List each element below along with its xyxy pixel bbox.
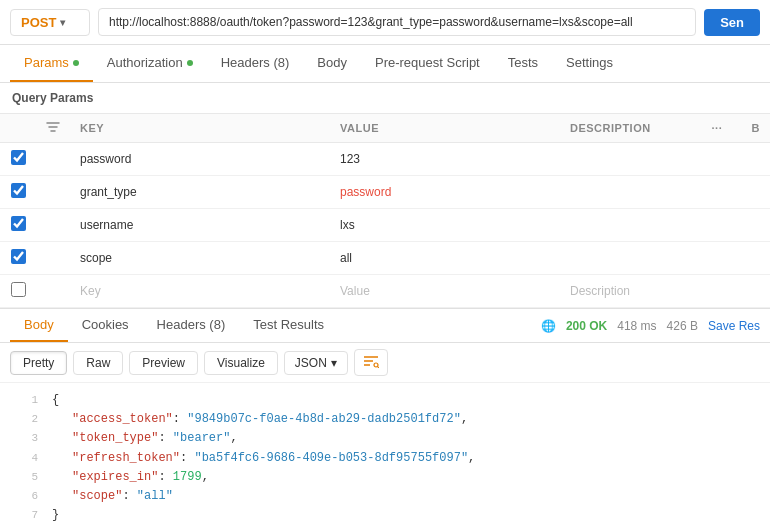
row-checkbox[interactable] <box>11 150 26 165</box>
top-tabs: Params Authorization Headers (8) Body Pr… <box>0 45 770 83</box>
save-res-button[interactable]: Save Res <box>708 319 760 333</box>
brace-char: { <box>52 393 59 407</box>
row-dots <box>702 143 742 176</box>
row-checkbox[interactable] <box>11 282 26 297</box>
row-b <box>742 275 770 308</box>
row-checkbox-cell <box>0 176 36 209</box>
url-input[interactable] <box>98 8 696 36</box>
bottom-tab-cookies-label: Cookies <box>82 317 129 332</box>
row-b <box>742 209 770 242</box>
method-label: POST <box>21 15 56 30</box>
row-key[interactable]: scope <box>70 242 330 275</box>
row-checkbox-cell <box>0 242 36 275</box>
tab-authorization[interactable]: Authorization <box>93 45 207 82</box>
row-checkbox[interactable] <box>11 183 26 198</box>
bottom-tab-cookies[interactable]: Cookies <box>68 309 143 342</box>
code-value: 1799 <box>173 470 202 484</box>
table-row: scope all <box>0 242 770 275</box>
status-code: 200 OK <box>566 319 607 333</box>
method-select[interactable]: POST ▾ <box>10 9 90 36</box>
tab-settings-label: Settings <box>566 55 613 70</box>
code-line: 1{ <box>0 391 770 410</box>
svg-line-4 <box>377 366 379 368</box>
row-value[interactable]: Value <box>330 275 560 308</box>
code-line: 3"token_type": "bearer", <box>0 429 770 448</box>
json-format-select[interactable]: JSON ▾ <box>284 351 348 375</box>
code-value: "ba5f4fc6-9686-409e-b053-8df95755f097" <box>194 451 468 465</box>
code-value: "all" <box>137 489 173 503</box>
tab-headers[interactable]: Headers (8) <box>207 45 304 82</box>
url-bar: POST ▾ Sen <box>0 0 770 45</box>
row-value[interactable]: password <box>330 176 560 209</box>
row-filter-cell <box>36 242 70 275</box>
svg-point-3 <box>374 363 378 367</box>
format-pretty-button[interactable]: Pretty <box>10 351 67 375</box>
row-filter-cell <box>36 176 70 209</box>
code-key: "refresh_token" <box>72 451 180 465</box>
bottom-tabs: Body Cookies Headers (8) Test Results 🌐 … <box>0 309 770 343</box>
row-checkbox[interactable] <box>11 249 26 264</box>
row-checkbox-cell <box>0 275 36 308</box>
row-filter-cell <box>36 209 70 242</box>
tab-params-label: Params <box>24 55 69 70</box>
filter-lines-button[interactable] <box>354 349 388 376</box>
row-checkbox-cell <box>0 209 36 242</box>
tab-tests[interactable]: Tests <box>494 45 552 82</box>
bottom-tab-body[interactable]: Body <box>10 309 68 342</box>
tab-params[interactable]: Params <box>10 45 93 82</box>
col-b: B <box>742 114 770 143</box>
row-dots <box>702 209 742 242</box>
code-key: "scope" <box>72 489 122 503</box>
tab-settings[interactable]: Settings <box>552 45 627 82</box>
bottom-section: Body Cookies Headers (8) Test Results 🌐 … <box>0 308 770 530</box>
row-b <box>742 143 770 176</box>
code-pair: "access_token": "9849b07c-f0ae-4b8d-ab29… <box>72 412 468 426</box>
bottom-tab-body-label: Body <box>24 317 54 332</box>
code-pair: "scope": "all" <box>72 489 173 503</box>
line-number: 7 <box>10 507 38 525</box>
row-key[interactable]: password <box>70 143 330 176</box>
brace-char: } <box>52 508 59 522</box>
format-visualize-button[interactable]: Visualize <box>204 351 278 375</box>
tab-body[interactable]: Body <box>303 45 361 82</box>
row-description[interactable]: Description <box>560 275 702 308</box>
auth-dot <box>187 60 193 66</box>
row-key[interactable]: Key <box>70 275 330 308</box>
row-value[interactable]: 123 <box>330 143 560 176</box>
bottom-tab-testresults[interactable]: Test Results <box>239 309 338 342</box>
code-line: 2"access_token": "9849b07c-f0ae-4b8d-ab2… <box>0 410 770 429</box>
line-number: 5 <box>10 469 38 487</box>
table-row: password 123 <box>0 143 770 176</box>
row-filter-cell <box>36 143 70 176</box>
row-value[interactable]: lxs <box>330 209 560 242</box>
tab-prerequest-label: Pre-request Script <box>375 55 480 70</box>
code-key: "expires_in" <box>72 470 158 484</box>
col-value: VALUE <box>330 114 560 143</box>
format-preview-button[interactable]: Preview <box>129 351 198 375</box>
line-number: 4 <box>10 450 38 468</box>
code-key: "access_token" <box>72 412 173 426</box>
send-button[interactable]: Sen <box>704 9 760 36</box>
row-key[interactable]: username <box>70 209 330 242</box>
bottom-tab-headers[interactable]: Headers (8) <box>143 309 240 342</box>
row-value[interactable]: all <box>330 242 560 275</box>
col-checkbox <box>0 114 36 143</box>
tab-prerequest[interactable]: Pre-request Script <box>361 45 494 82</box>
format-raw-button[interactable]: Raw <box>73 351 123 375</box>
row-dots <box>702 176 742 209</box>
code-pair: "expires_in": 1799, <box>72 470 209 484</box>
code-key: "token_type" <box>72 431 158 445</box>
row-dots <box>702 275 742 308</box>
row-description[interactable] <box>560 176 702 209</box>
row-key[interactable]: grant_type <box>70 176 330 209</box>
params-table-wrapper: KEY VALUE DESCRIPTION ··· B password 123… <box>0 114 770 308</box>
row-description[interactable] <box>560 209 702 242</box>
row-b <box>742 242 770 275</box>
status-area: 🌐 200 OK 418 ms 426 B Save Res <box>541 319 760 333</box>
col-description: DESCRIPTION <box>560 114 702 143</box>
line-number: 1 <box>10 392 38 410</box>
row-description[interactable] <box>560 143 702 176</box>
row-checkbox[interactable] <box>11 216 26 231</box>
row-description[interactable] <box>560 242 702 275</box>
line-number: 6 <box>10 488 38 506</box>
